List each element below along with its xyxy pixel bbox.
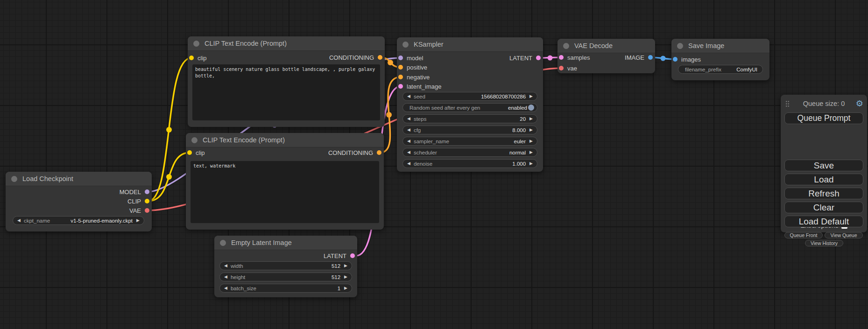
- node-title-bar[interactable]: Save Image: [671, 39, 769, 53]
- decrement-arrow-icon[interactable]: ◀: [224, 275, 227, 279]
- node-save-image[interactable]: Save Image images filename_prefix ComfyU…: [671, 39, 769, 80]
- increment-arrow-icon[interactable]: ▶: [529, 128, 533, 132]
- increment-arrow-icon[interactable]: ▶: [344, 275, 347, 279]
- decrement-arrow-icon[interactable]: ◀: [407, 161, 410, 166]
- node-vae-decode[interactable]: VAE Decode samples vae IMAGE: [557, 39, 655, 73]
- toggle-enabled-icon[interactable]: [528, 105, 534, 111]
- denoise-widget[interactable]: ◀ denoise 1.000 ▶: [402, 159, 537, 168]
- decrement-arrow-icon[interactable]: ◀: [407, 139, 410, 143]
- refresh-button[interactable]: Refresh: [784, 188, 863, 199]
- node-collapse-dot-icon[interactable]: [677, 43, 683, 49]
- increment-arrow-icon[interactable]: ▶: [529, 150, 533, 154]
- output-port-clip[interactable]: [145, 199, 149, 203]
- node-clip-text-encode-positive[interactable]: CLIP Text Encode (Prompt) clip CONDITION…: [188, 36, 385, 127]
- widget-value: enabled: [508, 105, 527, 111]
- output-port-latent[interactable]: [536, 56, 541, 60]
- input-port-samples[interactable]: [559, 55, 564, 60]
- random-seed-toggle-widget[interactable]: Random seed after every gen enabled: [402, 103, 537, 112]
- sampler-name-widget[interactable]: ◀ sampler_name euler ▶: [402, 137, 537, 146]
- steps-widget[interactable]: ◀ steps 20 ▶: [402, 114, 537, 123]
- input-port-negative[interactable]: [398, 75, 403, 79]
- node-load-checkpoint[interactable]: Load Checkpoint MODEL CLIP VAE ◀ ckpt_na…: [6, 172, 152, 231]
- input-port-clip[interactable]: [187, 150, 192, 155]
- view-queue-button[interactable]: View Queue: [825, 232, 863, 238]
- load-default-button[interactable]: Load Default: [784, 216, 863, 227]
- queue-panel-header: Queue size: 0 ⚙: [781, 98, 867, 109]
- node-title-bar[interactable]: CLIP Text Encode (Prompt): [188, 36, 385, 51]
- node-collapse-dot-icon[interactable]: [11, 176, 17, 182]
- output-label-conditioning: CONDITIONING: [328, 149, 373, 156]
- widget-value: 20: [520, 116, 526, 122]
- input-label-model: model: [407, 55, 423, 62]
- node-collapse-dot-icon[interactable]: [220, 240, 226, 246]
- node-title-bar[interactable]: Load Checkpoint: [6, 172, 152, 186]
- filename-prefix-widget[interactable]: filename_prefix ComfyUI: [678, 65, 763, 74]
- clear-button[interactable]: Clear: [784, 202, 863, 213]
- decrement-arrow-icon[interactable]: ◀: [407, 150, 410, 154]
- ckpt-name-widget[interactable]: ◀ ckpt_name v1-5-pruned-emaonly.ckpt ▶: [13, 216, 144, 225]
- widget-value: 512: [332, 263, 340, 269]
- node-graph-canvas[interactable]: Load Checkpoint MODEL CLIP VAE ◀ ckpt_na…: [0, 0, 868, 329]
- input-port-vae[interactable]: [559, 66, 564, 70]
- node-ksampler[interactable]: KSampler model positive negative latent_…: [397, 37, 543, 172]
- cfg-widget[interactable]: ◀ cfg 8.000 ▶: [402, 126, 537, 134]
- input-port-latent-image[interactable]: [398, 84, 403, 89]
- width-widget[interactable]: ◀ width 512 ▶: [219, 261, 352, 270]
- input-port-positive[interactable]: [398, 65, 403, 70]
- height-widget[interactable]: ◀ height 512 ▶: [219, 273, 352, 281]
- input-port-model[interactable]: [398, 56, 403, 60]
- seed-widget[interactable]: ◀ seed 156680208700286 ▶: [402, 92, 537, 101]
- load-button[interactable]: Load: [784, 174, 863, 185]
- node-collapse-dot-icon[interactable]: [191, 137, 198, 143]
- gear-icon[interactable]: ⚙: [856, 98, 863, 109]
- node-clip-text-encode-negative[interactable]: CLIP Text Encode (Prompt) clip CONDITION…: [186, 133, 384, 230]
- save-button[interactable]: Save: [784, 160, 863, 171]
- node-title-bar[interactable]: Empty Latent Image: [214, 236, 357, 250]
- input-port-images[interactable]: [673, 57, 677, 62]
- queue-front-button[interactable]: Queue Front: [784, 232, 823, 238]
- increment-arrow-icon[interactable]: ▶: [529, 94, 533, 98]
- decrement-arrow-icon[interactable]: ◀: [224, 264, 227, 268]
- drag-handle-icon[interactable]: [785, 100, 790, 107]
- input-label-samples: samples: [567, 54, 590, 61]
- view-history-button[interactable]: View History: [805, 240, 843, 246]
- prompt-textarea[interactable]: beautiful scenery nature glass bottle la…: [192, 64, 380, 120]
- increment-arrow-icon[interactable]: ▶: [344, 286, 347, 290]
- output-port-conditioning[interactable]: [377, 150, 381, 155]
- output-port-conditioning[interactable]: [378, 55, 382, 60]
- node-title-bar[interactable]: VAE Decode: [557, 39, 655, 53]
- queue-prompt-button[interactable]: Queue Prompt: [784, 112, 863, 124]
- input-port-clip[interactable]: [189, 56, 194, 60]
- decrement-arrow-icon[interactable]: ◀: [407, 128, 410, 132]
- batch-size-widget[interactable]: ◀ batch_size 1 ▶: [219, 284, 352, 293]
- scheduler-widget[interactable]: ◀ scheduler normal ▶: [402, 148, 537, 157]
- increment-arrow-icon[interactable]: ▶: [344, 264, 347, 268]
- output-port-image[interactable]: [648, 55, 653, 60]
- node-empty-latent-image[interactable]: Empty Latent Image LATENT ◀ width 512 ▶ …: [214, 236, 357, 297]
- increment-arrow-icon[interactable]: ▶: [529, 139, 533, 143]
- wire-midpoint-dot: [166, 127, 172, 133]
- node-collapse-dot-icon[interactable]: [193, 41, 199, 47]
- decrement-arrow-icon[interactable]: ◀: [407, 117, 410, 121]
- output-port-model[interactable]: [145, 189, 149, 194]
- prompt-textarea[interactable]: text, watermark: [191, 161, 379, 223]
- node-collapse-dot-icon[interactable]: [563, 43, 569, 49]
- increment-arrow-icon[interactable]: ▶: [529, 117, 533, 121]
- wire-midpoint-dot: [386, 112, 392, 118]
- wire-midpoint-dot: [548, 56, 553, 61]
- widget-label: Random seed after every gen: [409, 105, 480, 111]
- decrement-arrow-icon[interactable]: ◀: [17, 218, 21, 223]
- widget-value: 1: [338, 286, 340, 291]
- increment-arrow-icon[interactable]: ▶: [136, 218, 140, 223]
- output-port-vae[interactable]: [145, 208, 149, 213]
- widget-value: 1.000: [512, 161, 526, 167]
- node-title-bar[interactable]: CLIP Text Encode (Prompt): [186, 133, 384, 147]
- node-title-bar[interactable]: KSampler: [397, 37, 543, 52]
- decrement-arrow-icon[interactable]: ◀: [407, 94, 410, 98]
- decrement-arrow-icon[interactable]: ◀: [224, 286, 227, 290]
- increment-arrow-icon[interactable]: ▶: [529, 161, 533, 166]
- output-port-latent[interactable]: [350, 253, 355, 258]
- node-collapse-dot-icon[interactable]: [402, 42, 409, 48]
- input-label-clip: clip: [196, 149, 205, 156]
- output-label-vae: VAE: [129, 207, 141, 214]
